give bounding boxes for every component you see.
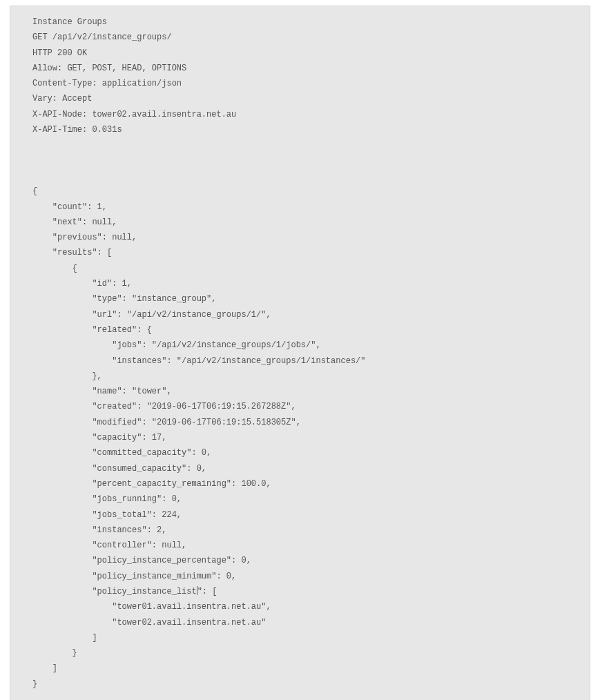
body-related-close: }, xyxy=(32,371,102,381)
api-response-block: Instance Groups GET /api/v2/instance_gro… xyxy=(10,6,590,700)
body-modified: "modified": "2019-06-17T06:19:15.518305Z… xyxy=(32,418,301,427)
body-pil-1: "tower01.avail.insentra.net.au", xyxy=(32,602,271,612)
header-vary: Vary: Accept xyxy=(32,94,92,104)
body-percent-capacity-remaining: "percent_capacity_remaining": 100.0, xyxy=(32,479,271,489)
body-capacity: "capacity": 17, xyxy=(32,433,166,443)
body-pil-close: ] xyxy=(32,633,97,643)
body-jobs-running: "jobs_running": 0, xyxy=(32,494,182,504)
body-controller: "controller": null, xyxy=(32,541,186,550)
body-related-jobs: "jobs": "/api/v2/instance_groups/1/jobs/… xyxy=(32,340,321,350)
header-content-type: Content-Type: application/json xyxy=(32,79,182,88)
body-related-open: "related": { xyxy=(32,325,152,335)
body-next: "next": null, xyxy=(32,217,117,227)
header-x-api-time: X-API-Time: 0.031s xyxy=(32,125,122,135)
body-policy-instance-minimum: "policy_instance_minimum": 0, xyxy=(32,572,236,581)
body-consumed-capacity: "consumed_capacity": 0, xyxy=(32,464,206,474)
body-policy-instance-list-key-a: "policy_instance_list xyxy=(32,587,197,596)
header-x-api-node: X-API-Node: tower02.avail.insentra.net.a… xyxy=(32,110,236,119)
body-name: "name": "tower", xyxy=(32,387,172,396)
body-related-instances: "instances": "/api/v2/instance_groups/1/… xyxy=(32,356,365,366)
body-id: "id": 1, xyxy=(32,279,132,289)
body-results-close: ] xyxy=(32,663,57,673)
api-title: Instance Groups xyxy=(32,17,107,27)
body-policy-instance-list-key-b: ": [ xyxy=(197,587,217,596)
header-allow: Allow: GET, POST, HEAD, OPTIONS xyxy=(32,64,186,73)
body-open: { xyxy=(32,186,37,196)
status-line: HTTP 200 OK xyxy=(32,48,87,58)
body-results-open: "results": [ xyxy=(32,248,112,257)
body-item-open: { xyxy=(32,264,77,273)
body-close: } xyxy=(32,679,37,689)
body-count: "count": 1, xyxy=(32,202,107,212)
body-jobs-total: "jobs_total": 224, xyxy=(32,510,182,520)
body-previous: "previous": null, xyxy=(32,233,137,242)
body-type: "type": "instance_group", xyxy=(32,294,216,304)
body-policy-instance-percentage: "policy_instance_percentage": 0, xyxy=(32,556,251,565)
body-pil-2: "tower02.avail.insentra.net.au" xyxy=(32,618,266,628)
body-instances: "instances": 2, xyxy=(32,525,166,535)
body-created: "created": "2019-06-17T06:19:15.267288Z"… xyxy=(32,402,296,411)
body-committed-capacity: "committed_capacity": 0, xyxy=(32,448,211,458)
body-url: "url": "/api/v2/instance_groups/1/", xyxy=(32,310,271,320)
request-line: GET /api/v2/instance_groups/ xyxy=(32,32,172,42)
body-item-close: } xyxy=(32,648,77,658)
